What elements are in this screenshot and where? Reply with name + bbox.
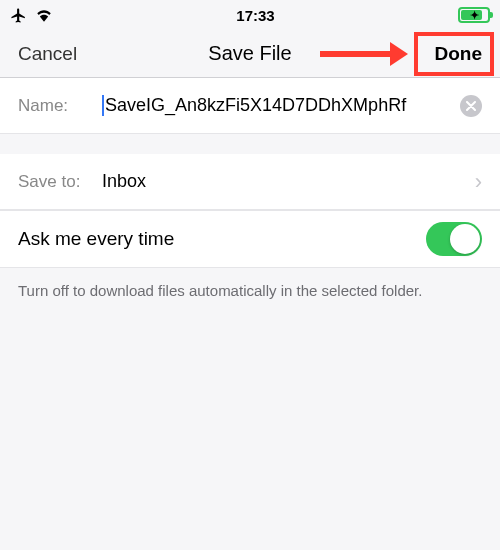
name-input[interactable]: SaveIG_An8kzFi5X14D7DDhXMphRf bbox=[102, 95, 452, 116]
battery-icon: ✦ bbox=[458, 7, 490, 23]
status-right: ✦ bbox=[458, 7, 490, 23]
done-button[interactable]: Done bbox=[412, 43, 482, 65]
footer-description: Turn off to download files automatically… bbox=[0, 268, 500, 313]
nav-bar: Cancel Save File Done bbox=[0, 30, 500, 78]
status-time: 17:33 bbox=[236, 7, 274, 24]
cancel-button[interactable]: Cancel bbox=[18, 43, 88, 65]
status-bar: 17:33 ✦ bbox=[0, 0, 500, 30]
ask-every-time-row: Ask me every time bbox=[0, 210, 500, 268]
status-left bbox=[10, 7, 53, 24]
name-label: Name: bbox=[18, 96, 102, 116]
charging-icon: ✦ bbox=[470, 9, 479, 22]
save-to-label: Save to: bbox=[18, 172, 102, 192]
airplane-icon bbox=[10, 7, 27, 24]
save-to-value: Inbox bbox=[102, 171, 475, 192]
page-title: Save File bbox=[208, 42, 291, 65]
toggle-knob bbox=[450, 224, 480, 254]
wifi-icon bbox=[35, 8, 53, 22]
toggle-label: Ask me every time bbox=[18, 228, 174, 250]
name-row[interactable]: Name: SaveIG_An8kzFi5X14D7DDhXMphRf bbox=[0, 78, 500, 134]
annotation-arrow bbox=[320, 42, 408, 66]
ask-every-time-toggle[interactable] bbox=[426, 222, 482, 256]
chevron-right-icon: › bbox=[475, 169, 482, 195]
save-to-row[interactable]: Save to: Inbox › bbox=[0, 154, 500, 210]
clear-icon[interactable] bbox=[460, 95, 482, 117]
